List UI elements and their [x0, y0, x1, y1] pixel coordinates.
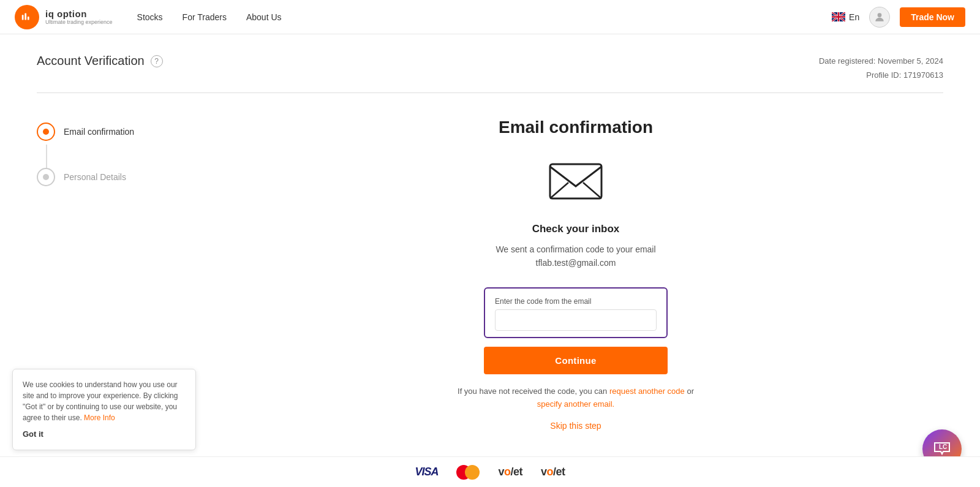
- specify-another-email-link[interactable]: specify another email.: [537, 399, 614, 409]
- code-label: Enter the code from the email: [495, 297, 657, 306]
- nav-stocks[interactable]: Stocks: [137, 12, 163, 22]
- cookie-banner: We use cookies to understand how you use…: [12, 369, 196, 451]
- profile-info: Date registered: November 5, 2024 Profil…: [819, 54, 943, 83]
- skip-step-link[interactable]: Skip this step: [550, 421, 601, 431]
- lang-label: En: [849, 12, 859, 22]
- visa-logo: VISA: [415, 466, 438, 478]
- main-panel: Email confirmation Check your inbox We s…: [208, 118, 943, 431]
- nav-right: En Trade Now: [832, 7, 965, 28]
- brand-sub: Ultimate trading experience: [45, 19, 113, 25]
- cookie-more-info-link[interactable]: More Info: [84, 413, 115, 422]
- step-email-confirmation: Email confirmation: [37, 123, 159, 141]
- mastercard-logo: [456, 465, 480, 480]
- svg-text:LC: LC: [939, 444, 947, 450]
- page-title: Account Verification: [37, 54, 145, 68]
- or-text: or: [687, 387, 694, 396]
- brand-name: iq option: [45, 9, 113, 19]
- resend-text: If you have not received the code, you c…: [458, 387, 607, 396]
- help-icon[interactable]: ?: [151, 55, 163, 67]
- step-personal-details: Personal Details: [37, 168, 159, 186]
- step-label-personal: Personal Details: [64, 172, 126, 182]
- svg-rect-2: [28, 17, 29, 20]
- logo[interactable]: iq option Ultimate trading experience: [15, 5, 113, 29]
- navbar: iq option Ultimate trading experience St…: [0, 0, 980, 34]
- svg-rect-0: [22, 15, 24, 20]
- volet-logo-2: vo/et: [541, 466, 565, 478]
- resend-area: If you have not received the code, you c…: [458, 387, 694, 396]
- page-title-area: Account Verification ?: [37, 54, 163, 68]
- mc-circle-right: [465, 465, 480, 480]
- email-envelope-icon: [548, 159, 603, 203]
- flag-icon: [832, 12, 845, 21]
- language-selector[interactable]: En: [832, 12, 859, 22]
- svg-rect-5: [550, 164, 601, 198]
- logo-text: iq option Ultimate trading experience: [45, 9, 113, 25]
- volet-logo-1: vo/et: [498, 466, 522, 478]
- inbox-desc-line1: We sent a confirmation code to your emai…: [496, 244, 655, 254]
- trade-now-button[interactable]: Trade Now: [900, 7, 965, 27]
- code-input-container: Enter the code from the email: [484, 287, 668, 338]
- nav-about-us[interactable]: About Us: [246, 12, 282, 22]
- code-input[interactable]: [495, 309, 657, 331]
- svg-rect-1: [24, 13, 26, 20]
- nav-links: Stocks For Traders About Us: [137, 12, 832, 22]
- step-circle-email: [37, 123, 55, 141]
- footer-logos: VISA vo/et vo/et: [0, 456, 980, 487]
- page-header: Account Verification ? Date registered: …: [37, 54, 943, 93]
- request-another-code-link[interactable]: request another code: [609, 387, 685, 396]
- email-icon-container: [548, 159, 603, 206]
- logo-icon: [15, 5, 39, 29]
- step-circle-personal: [37, 168, 55, 186]
- user-avatar[interactable]: [869, 7, 890, 28]
- step-label-email: Email confirmation: [64, 127, 134, 137]
- cookie-got-it-button[interactable]: Got it: [23, 428, 186, 440]
- svg-point-4: [878, 13, 882, 17]
- inbox-desc: We sent a confirmation code to your emai…: [496, 243, 655, 270]
- inbox-email: tflab.test@gmail.com: [536, 258, 616, 268]
- profile-id: Profile ID: 171970613: [819, 68, 943, 82]
- continue-button[interactable]: Continue: [484, 347, 668, 374]
- inbox-title: Check your inbox: [532, 223, 620, 235]
- date-registered: Date registered: November 5, 2024: [819, 54, 943, 68]
- panel-title: Email confirmation: [499, 118, 653, 137]
- nav-for-traders[interactable]: For Traders: [183, 12, 227, 22]
